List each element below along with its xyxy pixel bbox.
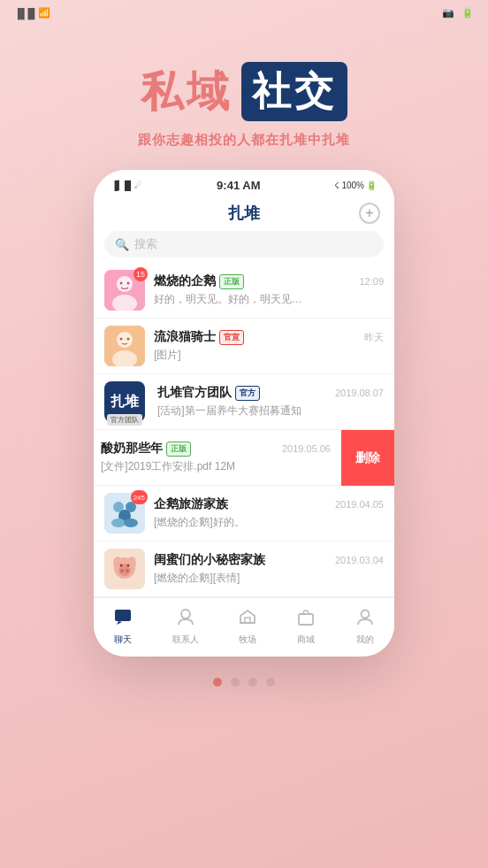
dot-3[interactable]	[248, 678, 257, 687]
chat-content-1: 燃烧的企鹅 正版 12:09 好的，明天见。好的，明天见。好的...	[154, 273, 384, 307]
svg-point-27	[127, 557, 136, 569]
chat-item-1[interactable]: 15 燃烧的企鹅 正版 12:09 好的，明天见。好的，明天见。好的...	[94, 263, 394, 319]
chat-preview-1: 好的，明天见。好的，明天见。好的...	[154, 292, 304, 307]
chat-item-4[interactable]: 酸奶那些年 正版 2019.05.06 [文件]2019工作安排.pdf 12M	[94, 430, 341, 486]
header-area: 私域 社交 跟你志趣相投的人都在扎堆中扎堆	[138, 62, 350, 149]
avatar-wrap-6	[104, 549, 145, 589]
chat-time-6: 2019.03.04	[335, 555, 384, 565]
svg-point-3	[120, 282, 123, 285]
chat-top-row-4: 酸奶那些年 正版 2019.05.06	[101, 441, 331, 457]
unread-badge-5: 245	[131, 490, 148, 504]
phone-mockup: ▐▎█ ☄ 9:41 AM ☇ 100% 🔋 扎堆 + 🔍 搜索	[94, 170, 394, 657]
dot-1[interactable]	[213, 678, 222, 687]
svg-point-31	[181, 610, 190, 618]
chat-name-row-3: 扎堆官方团队 官方	[157, 385, 260, 401]
tab-shop[interactable]: 商城	[296, 607, 316, 646]
chat-item-2[interactable]: 流浪猫骑士 官宣 昨天 [图片]	[94, 319, 394, 374]
shop-tab-icon	[296, 607, 316, 631]
chat-content-6: 闺蜜们的小秘密家族 2019.03.04 [燃烧的企鹅][表情]	[154, 552, 384, 586]
page-status-bar: ▐▌█ 📶 📷 🔋	[0, 7, 488, 19]
chat-item-wrapper-4: 删除	[94, 430, 394, 486]
tab-mine[interactable]: 我的	[355, 607, 375, 646]
chat-item-wrapper-6: 闺蜜们的小秘密家族 2019.03.04 [燃烧的企鹅][表情]	[94, 542, 394, 597]
subtitle-brand: 扎堆	[279, 132, 308, 147]
bluetooth-icon: 📷	[442, 7, 454, 19]
avatar-2	[104, 326, 145, 366]
search-placeholder: 搜索	[134, 236, 157, 252]
chat-content-5: 企鹅旅游家族 2019.04.05 [燃烧的企鹅]好的。	[154, 496, 384, 530]
phone-time: 9:41 AM	[217, 179, 260, 192]
chat-preview-6: [燃烧的企鹅][表情]	[154, 571, 304, 586]
chat-time-3: 2019.08.07	[335, 388, 384, 398]
app-title: 扎堆	[129, 203, 359, 224]
avatar-6	[104, 549, 145, 589]
chat-item-wrapper-2: 流浪猫骑士 官宣 昨天 [图片]	[94, 319, 394, 374]
dot-2[interactable]	[231, 678, 240, 687]
chat-time-1: 12:09	[359, 276, 384, 287]
add-button[interactable]: +	[359, 203, 380, 224]
tab-chat-label: 聊天	[114, 634, 132, 646]
avatar-wrap-2	[104, 326, 145, 366]
search-bar[interactable]: 🔍 搜索	[104, 231, 384, 257]
svg-point-4	[127, 282, 130, 285]
pagination-dots	[213, 678, 275, 687]
chat-name-3: 扎堆官方团队	[157, 385, 232, 401]
farm-tab-icon	[238, 607, 257, 631]
chat-item-3[interactable]: 扎堆 官方团队 扎堆官方团队 官方 2019.08.07 [活动]第一届养牛大赛…	[94, 374, 394, 430]
chat-name-row-6: 闺蜜们的小秘密家族	[154, 552, 265, 568]
unread-badge-1: 15	[133, 267, 148, 281]
title-row: 私域 社交	[141, 62, 347, 121]
phone-bars-icon: ▐▎█	[111, 181, 131, 190]
svg-point-6	[117, 332, 133, 348]
svg-point-26	[113, 557, 122, 569]
status-left: ▐▌█ 📶	[14, 7, 50, 19]
chat-item-wrapper-3: 扎堆 官方团队 扎堆官方团队 官方 2019.08.07 [活动]第一届养牛大赛…	[94, 374, 394, 430]
svg-point-24	[120, 569, 124, 572]
chat-name-2: 流浪猫骑士	[154, 329, 216, 345]
battery-icon: 🔋	[461, 7, 474, 19]
svg-point-8	[120, 338, 123, 341]
bluetooth-phone-icon: ☇	[334, 181, 339, 190]
title-private: 私域	[141, 64, 233, 120]
chat-name-1: 燃烧的企鹅	[154, 273, 216, 289]
tab-farm[interactable]: 牧场	[238, 607, 257, 646]
chat-item-6[interactable]: 闺蜜们的小秘密家族 2019.03.04 [燃烧的企鹅][表情]	[94, 542, 394, 597]
svg-point-28	[120, 565, 123, 567]
chat-time-4: 2019.05.06	[282, 443, 331, 454]
delete-button-4[interactable]: 删除	[341, 430, 394, 486]
chat-name-row-5: 企鹅旅游家族	[154, 496, 228, 512]
chat-item-wrapper-1: 15 燃烧的企鹅 正版 12:09 好的，明天见。好的，明天见。好的...	[94, 263, 394, 319]
chat-tab-icon	[113, 607, 133, 631]
tab-chat[interactable]: 聊天	[113, 607, 133, 646]
title-social: 社交	[241, 62, 347, 121]
chat-list: 15 燃烧的企鹅 正版 12:09 好的，明天见。好的，明天见。好的...	[94, 263, 394, 597]
tab-bar: 聊天 联系人 牧场 商城 我的	[94, 597, 394, 657]
chat-preview-5: [燃烧的企鹅]好的。	[154, 515, 304, 530]
contacts-tab-icon	[176, 607, 195, 631]
mine-tab-icon	[355, 607, 375, 631]
svg-point-29	[127, 565, 130, 567]
svg-point-9	[127, 338, 130, 341]
chat-top-row-3: 扎堆官方团队 官方 2019.08.07	[157, 385, 384, 401]
chat-name-row-2: 流浪猫骑士 官宣	[154, 329, 244, 345]
chat-item-5[interactable]: 245 企鹅旅游家族 2019.04.05 [燃烧的企鹅]好的。	[94, 486, 394, 542]
chat-preview-4: [文件]2019工作安排.pdf 12M	[101, 459, 251, 474]
tab-shop-label: 商城	[297, 634, 315, 646]
chat-content-3: 扎堆官方团队 官方 2019.08.07 [活动]第一届养牛大赛招募通知	[157, 385, 384, 419]
svg-point-1	[117, 276, 133, 292]
svg-point-25	[126, 569, 129, 572]
chat-top-row-5: 企鹅旅游家族 2019.04.05	[154, 496, 384, 512]
wifi-icon: 📶	[38, 7, 50, 19]
chat-content-2: 流浪猫骑士 官宣 昨天 [图片]	[154, 329, 384, 363]
svg-rect-30	[115, 610, 131, 621]
svg-rect-32	[245, 618, 250, 623]
tab-contacts[interactable]: 联系人	[172, 607, 199, 646]
svg-point-20	[124, 518, 138, 527]
official-label: 官方团队	[107, 414, 142, 426]
chat-preview-3: [活动]第一届养牛大赛招募通知	[157, 403, 308, 419]
tab-farm-label: 牧场	[239, 634, 256, 646]
chat-time-2: 昨天	[364, 331, 384, 344]
chat-name-5: 企鹅旅游家族	[154, 496, 228, 512]
dot-4[interactable]	[266, 678, 275, 687]
svg-point-34	[361, 611, 369, 618]
